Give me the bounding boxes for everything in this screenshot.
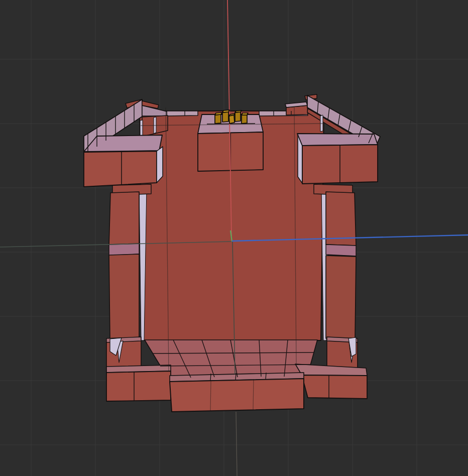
crown-block-1-front <box>215 114 221 124</box>
left-under-band-gap-sliver-a <box>140 120 143 137</box>
left-armrest-front <box>84 151 157 187</box>
left-column-upper <box>109 192 139 246</box>
left-column-lower <box>109 254 139 339</box>
right-column-lower <box>326 256 356 339</box>
left-armrest-top <box>84 135 162 152</box>
base-left-front <box>106 371 171 401</box>
crown-block-4-top <box>235 110 242 112</box>
front-step-front <box>170 379 304 412</box>
right-column-step-top <box>326 245 356 256</box>
left-column-step-top <box>109 244 139 256</box>
crown-block-3-front <box>229 115 235 124</box>
crown-block-5-front <box>242 115 247 124</box>
viewport-3d[interactable] <box>0 0 468 476</box>
crown-block-2-top <box>222 110 229 112</box>
back-wall-top-strip-left <box>167 111 198 116</box>
crown-block-2-front <box>222 112 228 122</box>
crown-block-4-front <box>235 112 241 122</box>
crown-block-1-top <box>215 112 222 115</box>
left-armrest-side <box>157 147 163 183</box>
right-armrest-top <box>297 134 378 146</box>
base-right-front <box>302 375 367 399</box>
scene-canvas[interactable] <box>0 0 468 476</box>
crown-block-5-top <box>242 113 248 115</box>
